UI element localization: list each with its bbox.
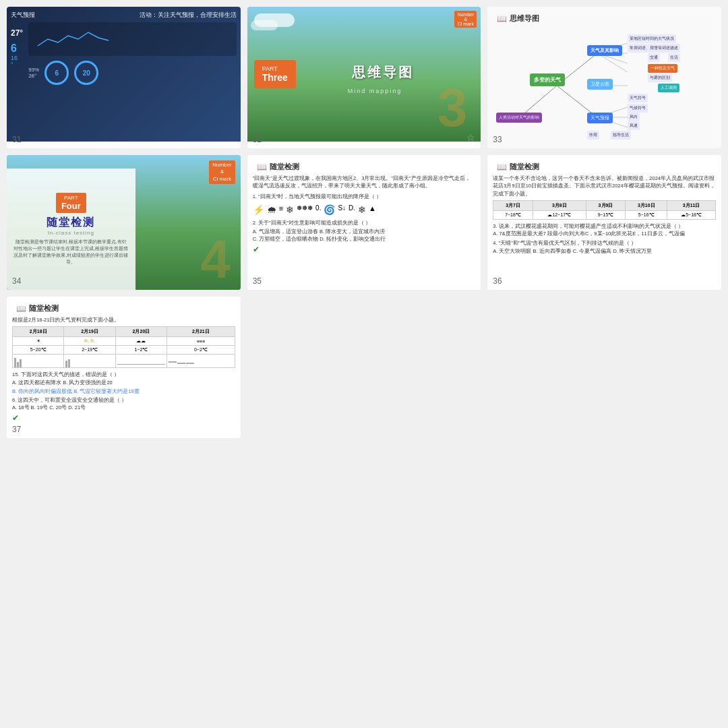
td37-bar4 [167, 355, 235, 368]
card32-part-label: PART [262, 65, 288, 72]
card36-q3: 3. 说来，武汉樱花盛花期间，可能对樱花盛产生适或不利影响的天气状况是（ ） [493, 222, 716, 230]
card37-q7: 6. 这四天中，可和置安全温安全交通较的是（ ） [12, 396, 235, 404]
card-34-content: Number & Cl mark PART Four 随堂检测 In-class… [7, 155, 241, 290]
card37-title: 随堂检测 [29, 303, 59, 313]
card36-title: 随堂检测 [510, 162, 539, 172]
card31-temp: 27° [11, 22, 23, 40]
mm-desc1: 某地区短时间的大气状况 [628, 34, 676, 43]
td-w1: 7~18℃ [493, 210, 533, 219]
th37-d2: 2月19日 [64, 327, 115, 337]
card31-chart [28, 22, 236, 56]
td37-icon2: ⛅⛅ [64, 337, 115, 346]
card-34: Number & Cl mark PART Four 随堂检测 In-class… [7, 155, 241, 290]
card-33: 📖 思维导图 [487, 7, 721, 148]
card-32: Number & Cl mark 思维导图 Mind mapping PART … [247, 7, 481, 148]
card32-title: 思维导图 [352, 63, 414, 82]
td-w2: ☁12~17℃ [533, 210, 586, 219]
card31-gauge2: 20 [74, 61, 98, 85]
card-33-number: 33 [493, 135, 502, 144]
card-35-number: 35 [253, 276, 262, 286]
card31-humidity: 93% 28° [28, 67, 39, 79]
card33-title: 思维导图 [510, 13, 539, 24]
td37-t4: 0~2℃ [167, 346, 235, 355]
td37-bar1 [13, 355, 64, 368]
card35-q1: 1. "回南天"时，当地天气预报最可能出现的降序是（ ） [253, 193, 476, 200]
card31-title-right: 活动：关注天气预报，合理安排生活 [140, 11, 237, 20]
card37-q7-opts: A. 18号 B. 19号 C. 20号 D. 21号 [12, 404, 235, 411]
mm-special: 一种恒定天气 [648, 64, 677, 73]
sym-snow2: ❅❅❅ [297, 204, 313, 215]
th-date1: 3月7日 [493, 200, 533, 210]
mm-qifu: 天气符号 [628, 94, 648, 102]
th-date2: 3月8日 [533, 200, 586, 210]
td37-t1: 5~20℃ [13, 346, 64, 355]
th37-d3: 2月20日 [115, 327, 166, 337]
mm-renlei: 人类活动对天气的影响 [496, 113, 542, 123]
card-37: 📖 随堂检测 根据是2月18-21日的天气资料完成下面小题。 2月18日 2月1… [7, 297, 241, 438]
card37-table: 2月18日 2月19日 2月20日 2月21日 ☀ ⛅⛅ ☁☁ ≡≡≡ 5~20… [12, 326, 235, 368]
card-31-content: 天气预报 活动：关注天气预报，合理安排生活 27° 6 16 ° [7, 7, 241, 142]
card32-big-number: 3 [437, 81, 468, 135]
sym-snowflake: ❄ [358, 204, 366, 215]
td37-t2: 2~19℃ [64, 346, 115, 355]
card36-q4: 4. "天晴"和"气温"含有最优天气区别，下列排达气候的是（ ） [493, 239, 716, 247]
card33-header: 📖 思维导图 [493, 12, 716, 25]
card32-star-icon[interactable]: ☆ [466, 132, 475, 143]
svg-line-6 [597, 53, 628, 72]
card35-q2: 2. 关于"回南天"对生意影响可能造成损失的是（ ） [253, 219, 476, 226]
card32-subtitle: Mind mapping [348, 88, 402, 94]
th37-d4: 2月21日 [167, 327, 235, 337]
th-date5: 3月11日 [667, 200, 716, 210]
card-36-number: 36 [493, 276, 502, 286]
td-w3: 9~15℃ [586, 210, 625, 219]
card33-book-icon: 📖 [497, 14, 507, 24]
card34-white-box: PART Four 随堂检测 In-class testing 随堂检测是每节课… [7, 169, 135, 290]
mm-zuoyong: 作用 [587, 131, 599, 140]
mm-satellite: 卫星云图 [587, 79, 613, 90]
card35-checkmark: ✔ [253, 245, 476, 254]
sym-s: S↓ [338, 204, 346, 215]
card37-q5-opts: A. 这四天都还有降水 B. 风力变强强的是20 [12, 379, 235, 386]
card34-badge: Number & Cl mark [209, 160, 235, 184]
mm-yubao: 天气预报 [587, 113, 613, 123]
card34-title: 随堂检测 [47, 216, 95, 230]
sym-triangle: ▲ [369, 204, 376, 215]
chart-svg [31, 26, 233, 53]
th37-d1: 2月18日 [13, 327, 64, 337]
td37-t3: 1~2℃ [115, 346, 166, 355]
card35-book-icon: 📖 [257, 162, 267, 172]
card37-q6: B. 你向的风向时偏温股低 B. 气温它较显著大约是19度 [12, 388, 235, 395]
sym-bar: ≡ [279, 204, 283, 215]
card35-q2-opts2: C. 万里晴空，适合晾晒衣物 D. 拓扑变化，影响交通出行 [253, 235, 476, 243]
card-31: 天气预报 活动：关注天气预报，合理安排生活 27° 6 16 ° [7, 7, 241, 148]
mm-artificial: 人工调用 [658, 84, 679, 92]
card34-subtitle: In-class testing [48, 230, 94, 236]
card34-part-badge: PART Four [56, 193, 86, 213]
sym-d: D. [348, 204, 355, 215]
td37-icon4: ≡≡≡ [167, 337, 235, 346]
sym-cloud: 🌧 [267, 204, 276, 215]
card34-big-number: 4 [200, 233, 231, 286]
card35-intro: "回南天"是天气过渡现象，在我国南方地区2、3月常出现。"回南天"产生原因是冷空… [253, 175, 476, 190]
card31-stat1: 6 16 ° [11, 42, 18, 68]
mm-tianqi: 天气及其影响 [587, 45, 622, 56]
mm-fengsu: 风速 [628, 121, 640, 130]
th-date3: 3月9日 [586, 200, 625, 210]
sym-rain: ⚡ [253, 204, 264, 215]
card31-gauge1: 6 [44, 61, 69, 85]
mm-desc5: 与雾的区别 [648, 73, 672, 82]
card37-header: 📖 随堂检测 [12, 302, 235, 315]
sym-storm: 🌀 [324, 204, 335, 215]
td37-bar2 [64, 355, 115, 368]
th-date4: 3月10日 [626, 200, 667, 210]
card37-intro: 根据是2月18-21日的天气资料完成下面小题。 [12, 316, 235, 324]
sym-num: 0. [315, 204, 321, 215]
card36-header: 📖 随堂检测 [493, 160, 716, 173]
mm-desc2: 常用词语、用雪等词语描述 [628, 44, 680, 53]
card-37-number: 37 [12, 425, 21, 434]
td37-icon1: ☀ [13, 337, 64, 346]
card31-header: 天气预报 活动：关注天气预报，合理安排生活 [11, 11, 237, 20]
main-grid: 天气预报 活动：关注天气预报，合理安排生活 27° 6 16 ° [7, 7, 721, 438]
mm-desc3: 交通 [648, 53, 660, 62]
card-36: 📖 随堂检测 读某一个冬天不含论地，这另一个春天不含未告诉。被新闻报道，2024… [487, 155, 721, 290]
